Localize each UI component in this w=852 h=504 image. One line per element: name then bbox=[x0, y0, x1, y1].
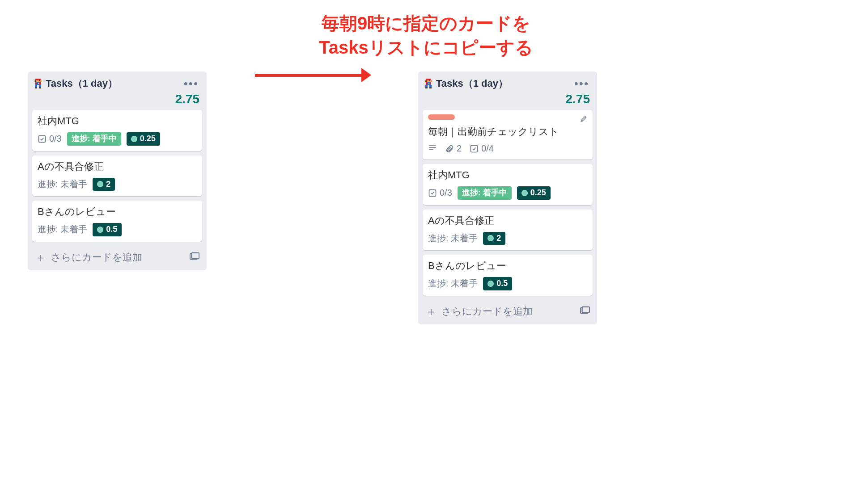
mario-icon bbox=[424, 79, 432, 88]
template-icon[interactable] bbox=[580, 306, 590, 317]
card-title: Aの不具合修正 bbox=[428, 214, 587, 227]
progress-text: 進捗: 未着手 bbox=[38, 178, 87, 190]
add-card-button[interactable]: ＋ さらにカードを追加 bbox=[35, 251, 142, 264]
attachment-count: 2 bbox=[457, 143, 462, 154]
checklist-badge: 0/3 bbox=[38, 134, 62, 144]
list-tasks-right: Tasks（1 day） ••• 2.75 毎朝｜出勤前チェックリスト 2 bbox=[418, 71, 597, 324]
points-value: 0.25 bbox=[140, 134, 156, 144]
bulb-icon bbox=[521, 190, 528, 196]
progress-text: 進捗: 未着手 bbox=[428, 232, 478, 244]
svg-rect-3 bbox=[39, 80, 40, 81]
list-title[interactable]: Tasks（1 day） bbox=[436, 77, 508, 90]
list-sum: 2.75 bbox=[30, 90, 204, 110]
checklist-count: 0/3 bbox=[49, 134, 62, 144]
svg-rect-21 bbox=[428, 83, 429, 84]
svg-rect-6 bbox=[38, 83, 39, 84]
points-badge: 0.25 bbox=[127, 132, 160, 146]
description-icon bbox=[428, 143, 437, 154]
svg-rect-2 bbox=[35, 80, 36, 82]
attachment-badge: 2 bbox=[445, 143, 462, 154]
add-card-button[interactable]: ＋ さらにカードを追加 bbox=[425, 305, 533, 318]
points-value: 2 bbox=[496, 234, 501, 244]
arrow-icon bbox=[255, 68, 371, 86]
svg-rect-30 bbox=[429, 189, 436, 196]
card-title: 社内MTG bbox=[38, 114, 197, 128]
card[interactable]: 社内MTG 0/3 進捗: 着手中 0.25 bbox=[32, 110, 202, 151]
plus-icon: ＋ bbox=[35, 253, 47, 262]
points-badge: 0.25 bbox=[517, 186, 551, 200]
svg-rect-8 bbox=[39, 85, 41, 87]
headline-line1: 毎朝9時に指定のカードを bbox=[322, 13, 530, 33]
card[interactable]: Bさんのレビュー 進捗: 未着手 0.5 bbox=[32, 201, 202, 242]
points-badge: 0.5 bbox=[93, 223, 122, 236]
svg-rect-13 bbox=[192, 253, 199, 259]
template-icon[interactable] bbox=[190, 252, 199, 263]
card[interactable]: Aの不具合修正 進捗: 未着手 2 bbox=[423, 210, 593, 251]
checklist-badge: 0/4 bbox=[470, 143, 494, 154]
svg-rect-24 bbox=[425, 87, 428, 88]
svg-rect-18 bbox=[429, 80, 430, 81]
svg-rect-23 bbox=[429, 85, 432, 87]
card[interactable]: Aの不具合修正 進捗: 未着手 2 bbox=[32, 155, 202, 197]
status-badge: 進捗: 着手中 bbox=[67, 132, 121, 146]
points-badge: 2 bbox=[483, 232, 505, 245]
progress-text: 進捗: 未着手 bbox=[428, 277, 478, 290]
svg-rect-7 bbox=[35, 85, 37, 87]
svg-rect-0 bbox=[35, 79, 41, 80]
checklist-count: 0/4 bbox=[481, 143, 494, 154]
bulb-icon bbox=[487, 281, 494, 287]
checklist-badge: 0/3 bbox=[428, 188, 452, 198]
points-value: 0.5 bbox=[496, 279, 508, 289]
bulb-icon bbox=[97, 181, 103, 187]
svg-rect-17 bbox=[425, 80, 427, 82]
list-sum: 2.75 bbox=[421, 90, 594, 110]
plus-icon: ＋ bbox=[425, 307, 437, 316]
card-title: Aの不具合修正 bbox=[38, 160, 197, 173]
card-new[interactable]: 毎朝｜出勤前チェックリスト 2 0/4 bbox=[423, 110, 593, 160]
progress-text: 進捗: 未着手 bbox=[38, 223, 87, 235]
bulb-icon bbox=[487, 235, 494, 241]
status-badge: 進捗: 着手中 bbox=[458, 186, 512, 200]
svg-rect-32 bbox=[582, 307, 590, 313]
svg-rect-11 bbox=[39, 135, 46, 142]
add-card-label: さらにカードを追加 bbox=[51, 251, 142, 264]
card-title: Bさんのレビュー bbox=[428, 259, 587, 273]
checklist-count: 0/3 bbox=[440, 188, 452, 198]
mario-icon bbox=[34, 79, 42, 88]
headline-line2: Tasksリストにコピーする bbox=[319, 38, 533, 57]
card[interactable]: 社内MTG 0/3 進捗: 着手中 0.25 bbox=[423, 164, 593, 205]
list-title[interactable]: Tasks（1 day） bbox=[46, 77, 118, 90]
points-value: 2 bbox=[106, 180, 110, 189]
points-value: 0.5 bbox=[106, 225, 117, 235]
svg-rect-22 bbox=[425, 85, 428, 87]
card[interactable]: Bさんのレビュー 進捗: 未着手 0.5 bbox=[423, 255, 593, 296]
card-title: 毎朝｜出勤前チェックリスト bbox=[428, 125, 587, 139]
bulb-icon bbox=[131, 136, 137, 142]
list-menu-button[interactable]: ••• bbox=[572, 81, 591, 86]
card-label[interactable] bbox=[428, 114, 455, 120]
svg-rect-25 bbox=[429, 87, 432, 88]
list-tasks-left: Tasks（1 day） ••• 2.75 社内MTG 0/3 進捗: 着手中 … bbox=[28, 71, 207, 270]
pencil-icon[interactable] bbox=[580, 114, 588, 124]
svg-rect-15 bbox=[426, 79, 431, 80]
headline: 毎朝9時に指定のカードを Tasksリストにコピーする bbox=[0, 11, 852, 59]
card-title: Bさんのレビュー bbox=[38, 205, 197, 218]
svg-rect-9 bbox=[35, 87, 37, 88]
svg-rect-29 bbox=[471, 145, 478, 152]
points-badge: 2 bbox=[93, 178, 115, 191]
list-menu-button[interactable]: ••• bbox=[182, 81, 200, 86]
bulb-icon bbox=[97, 227, 103, 233]
points-value: 0.25 bbox=[530, 188, 546, 198]
add-card-label: さらにカードを追加 bbox=[441, 305, 533, 318]
svg-rect-10 bbox=[39, 87, 41, 88]
points-badge: 0.5 bbox=[483, 277, 512, 290]
card-title: 社内MTG bbox=[428, 168, 587, 182]
